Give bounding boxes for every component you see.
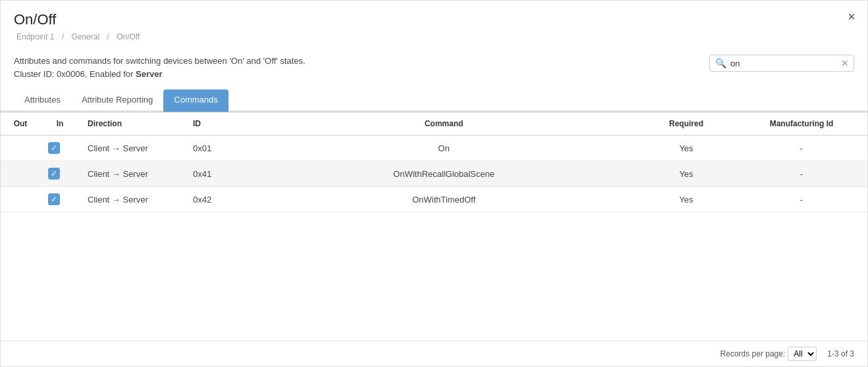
cell-command-1: On [251, 135, 637, 161]
search-input[interactable] [730, 59, 841, 68]
col-header-mfg-id: Manufacturing Id [736, 112, 867, 135]
cell-id-3: 0x42 [185, 187, 251, 212]
modal-header: On/Off × Endpoint 1 / General / On/Off [1, 1, 867, 48]
cell-command-2: OnWithRecallGlobalScene [251, 161, 637, 187]
cell-in-2: ✓ [40, 161, 80, 187]
cell-required-1: Yes [637, 135, 736, 161]
cell-required-3: Yes [637, 187, 736, 212]
cell-direction-3: Client → Server [80, 187, 185, 212]
records-per-page-label: Records per page: [720, 349, 786, 358]
modal-container: On/Off × Endpoint 1 / General / On/Off A… [0, 0, 868, 367]
breadcrumb: Endpoint 1 / General / On/Off [14, 32, 854, 41]
description-line2: Cluster ID: 0x0006, Enabled for Server [14, 68, 306, 81]
cell-out-3 [1, 187, 40, 212]
cell-mfg-id-2: - [736, 161, 867, 187]
description-line2-prefix: Cluster ID: 0x0006, Enabled for [14, 69, 136, 79]
col-header-id: ID [185, 112, 251, 135]
cell-mfg-id-3: - [736, 187, 867, 212]
breadcrumb-item-1: Endpoint 1 [16, 32, 54, 41]
cell-out-1 [1, 135, 40, 161]
records-per-page-select[interactable]: All 10 25 50 [788, 347, 817, 361]
breadcrumb-item-3: On/Off [117, 32, 140, 41]
table-body: ✓ Client → Server 0x01 On Yes - ✓ Client… [1, 135, 867, 212]
tab-commands[interactable]: Commands [163, 89, 228, 112]
col-header-in: In [40, 112, 80, 135]
description-line1: Attributes and commands for switching de… [14, 55, 306, 68]
records-per-page: Records per page: All 10 25 50 [720, 347, 817, 361]
table-header-row: Out In Direction ID Command Required Man… [1, 112, 867, 135]
checkbox-in-3[interactable]: ✓ [48, 193, 60, 205]
tab-attributes[interactable]: Attributes [14, 89, 71, 112]
cell-in-1: ✓ [40, 135, 80, 161]
cell-in-3: ✓ [40, 187, 80, 212]
close-button[interactable]: × [848, 10, 855, 23]
col-header-direction: Direction [80, 112, 185, 135]
footer: Records per page: All 10 25 50 1-3 of 3 [1, 341, 867, 366]
tab-attribute-reporting[interactable]: Attribute Reporting [71, 89, 163, 112]
cell-required-2: Yes [637, 161, 736, 187]
search-box[interactable]: 🔍 ✕ [709, 55, 854, 72]
breadcrumb-sep-1: / [62, 32, 67, 41]
search-icon: 🔍 [715, 58, 726, 68]
table-container: Out In Direction ID Command Required Man… [1, 112, 867, 341]
cell-command-3: OnWithTimedOff [251, 187, 637, 212]
cell-out-2 [1, 161, 40, 187]
records-count: 1-3 of 3 [827, 349, 854, 358]
cell-id-2: 0x41 [185, 161, 251, 187]
table-row: ✓ Client → Server 0x41 OnWithRecallGloba… [1, 161, 867, 187]
tabs-bar: Attributes Attribute Reporting Commands [1, 89, 867, 112]
description-line2-bold: Server [136, 69, 162, 79]
checkbox-in-2[interactable]: ✓ [48, 168, 60, 180]
cell-mfg-id-1: - [736, 135, 867, 161]
description-text: Attributes and commands for switching de… [14, 55, 306, 80]
col-header-command: Command [251, 112, 637, 135]
breadcrumb-sep-2: / [107, 32, 111, 41]
table-row: ✓ Client → Server 0x42 OnWithTimedOff Ye… [1, 187, 867, 212]
modal-title: On/Off [14, 11, 854, 28]
cell-id-1: 0x01 [185, 135, 251, 161]
commands-table: Out In Direction ID Command Required Man… [1, 112, 867, 212]
checkbox-in-1[interactable]: ✓ [48, 142, 60, 154]
clear-search-icon[interactable]: ✕ [841, 58, 849, 68]
table-row: ✓ Client → Server 0x01 On Yes - [1, 135, 867, 161]
cell-direction-2: Client → Server [80, 161, 185, 187]
breadcrumb-item-2: General [71, 32, 99, 41]
cell-direction-1: Client → Server [80, 135, 185, 161]
description-area: Attributes and commands for switching de… [1, 48, 867, 80]
col-header-out: Out [1, 112, 40, 135]
col-header-required: Required [637, 112, 736, 135]
